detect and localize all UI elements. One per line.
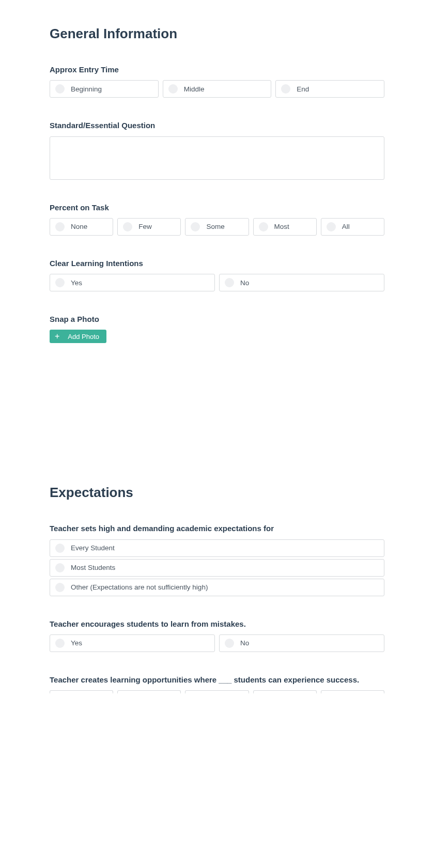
radio-icon — [55, 583, 65, 592]
radio-label: End — [297, 85, 309, 93]
radio-label: Yes — [71, 279, 82, 287]
field-learn-mistakes: Teacher encourages students to learn fro… — [50, 619, 384, 652]
radio-yes-mistakes[interactable]: Yes — [50, 634, 215, 652]
form-page: General Information Approx Entry Time Be… — [0, 0, 434, 693]
radio-group-entry-time: Beginning Middle End — [50, 80, 384, 98]
radio-icon — [281, 84, 290, 94]
radio-label: All — [342, 223, 350, 230]
radio-label: No — [240, 639, 249, 647]
radio-icon — [225, 278, 234, 287]
radio-label: Every Student — [71, 544, 115, 552]
radio-label: Few — [138, 223, 152, 230]
radio-every-student[interactable]: Every Student — [50, 539, 384, 557]
radio-most[interactable]: Most — [253, 218, 317, 236]
radio-icon — [123, 222, 132, 231]
radio-icon — [55, 563, 65, 572]
radio-icon — [55, 222, 65, 231]
radio-no-mistakes[interactable]: No — [219, 634, 384, 652]
radio-end[interactable]: End — [275, 80, 384, 98]
section-title-expectations: Expectations — [50, 485, 384, 501]
radio-group-partial — [50, 690, 384, 693]
radio-some[interactable]: Some — [185, 218, 249, 236]
radio-stub[interactable] — [117, 690, 181, 693]
label-essential-question: Standard/Essential Question — [50, 120, 384, 131]
radio-label: Yes — [71, 639, 82, 647]
radio-stub[interactable] — [253, 690, 317, 693]
field-snap-photo: Snap a Photo + Add Photo — [50, 314, 384, 343]
textarea-essential-question[interactable] — [50, 136, 384, 180]
radio-icon — [55, 278, 65, 287]
radio-few[interactable]: Few — [117, 218, 181, 236]
radio-icon — [225, 639, 234, 648]
radio-icon — [55, 639, 65, 648]
radio-yes[interactable]: Yes — [50, 274, 215, 291]
radio-label: Most Students — [71, 564, 115, 571]
form-content: General Information Approx Entry Time Be… — [0, 0, 434, 693]
radio-stub[interactable] — [185, 690, 249, 693]
radio-all[interactable]: All — [321, 218, 384, 236]
radio-icon — [259, 222, 268, 231]
radio-icon — [55, 544, 65, 553]
radio-label: Some — [206, 223, 224, 230]
field-approx-entry-time: Approx Entry Time Beginning Middle End — [50, 65, 384, 98]
radio-group-percent: None Few Some Most All — [50, 218, 384, 236]
radio-group-expectations: Every Student Most Students Other (Expec… — [50, 539, 384, 596]
radio-label: Beginning — [71, 85, 102, 93]
radio-label: Middle — [184, 85, 205, 93]
plus-icon: + — [55, 332, 59, 340]
radio-stub[interactable] — [321, 690, 384, 693]
label-learn-mistakes: Teacher encourages students to learn fro… — [50, 619, 384, 629]
radio-most-students[interactable]: Most Students — [50, 559, 384, 577]
field-percent-on-task: Percent on Task None Few Some Most — [50, 203, 384, 236]
label-learning-opportunities: Teacher creates learning opportunities w… — [50, 675, 384, 685]
label-clear-intentions: Clear Learning Intentions — [50, 258, 384, 269]
radio-no[interactable]: No — [219, 274, 384, 291]
section-title-general: General Information — [50, 26, 384, 42]
radio-middle[interactable]: Middle — [163, 80, 272, 98]
label-high-expectations: Teacher sets high and demanding academic… — [50, 523, 384, 534]
radio-group-intentions: Yes No — [50, 274, 384, 291]
field-essential-question: Standard/Essential Question — [50, 120, 384, 179]
radio-icon — [191, 222, 200, 231]
radio-other[interactable]: Other (Expectations are not sufficiently… — [50, 579, 384, 596]
add-photo-label: Add Photo — [68, 333, 99, 340]
radio-label: Most — [274, 223, 289, 230]
radio-stub[interactable] — [50, 690, 113, 693]
field-high-expectations: Teacher sets high and demanding academic… — [50, 523, 384, 596]
radio-none[interactable]: None — [50, 218, 113, 236]
field-learning-opportunities: Teacher creates learning opportunities w… — [50, 675, 384, 693]
radio-icon — [327, 222, 336, 231]
section-spacer — [50, 366, 384, 485]
add-photo-button[interactable]: + Add Photo — [50, 330, 106, 343]
radio-beginning[interactable]: Beginning — [50, 80, 159, 98]
radio-label: Other (Expectations are not sufficiently… — [71, 583, 208, 591]
radio-label: No — [240, 279, 249, 287]
label-percent-on-task: Percent on Task — [50, 203, 384, 213]
label-approx-entry-time: Approx Entry Time — [50, 65, 384, 75]
field-clear-intentions: Clear Learning Intentions Yes No — [50, 258, 384, 291]
label-snap-photo: Snap a Photo — [50, 314, 384, 324]
radio-icon — [55, 84, 65, 94]
radio-label: None — [71, 223, 87, 230]
radio-icon — [168, 84, 178, 94]
radio-group-mistakes: Yes No — [50, 634, 384, 652]
